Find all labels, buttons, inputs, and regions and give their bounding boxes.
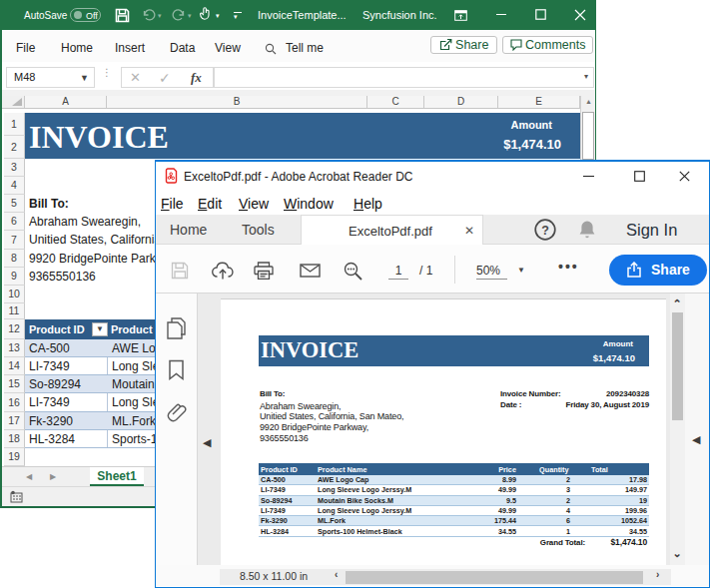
svg-text:?: ? [541,224,549,238]
